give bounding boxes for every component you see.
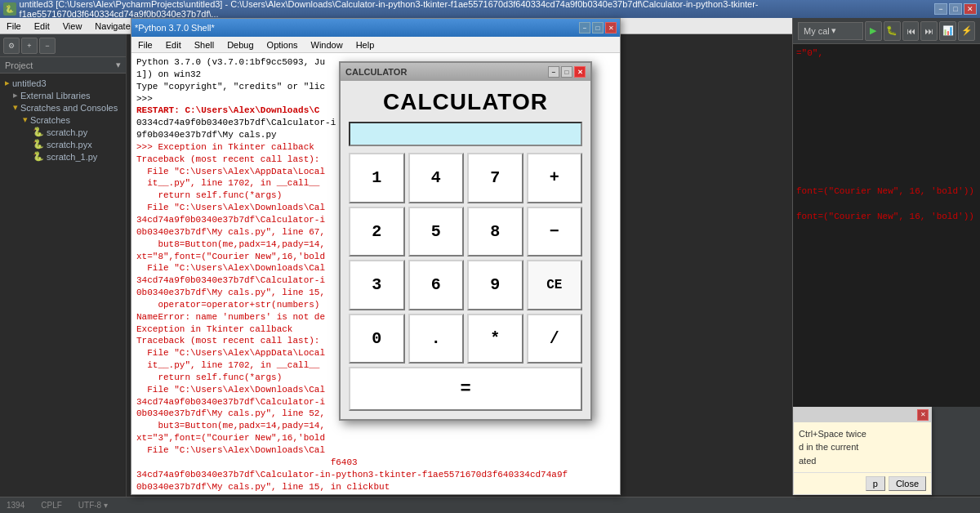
- help-close-icon[interactable]: ✕: [917, 409, 929, 421]
- right-line-2: [796, 60, 977, 72]
- help-close-btn[interactable]: Close: [889, 476, 926, 491]
- run-play-btn[interactable]: ▶: [865, 21, 882, 41]
- run-config-dropdown[interactable]: My cal ▾: [798, 22, 863, 40]
- run-debug-btn[interactable]: 🐛: [884, 21, 901, 41]
- tree-scratches[interactable]: ▾ Scratches and Consoles: [3, 101, 122, 114]
- calc-btn-equals[interactable]: =: [349, 367, 582, 411]
- calc-btn-3[interactable]: 3: [349, 260, 405, 310]
- expand-icon: ▾: [116, 60, 121, 70]
- shell-menu-help[interactable]: Help: [350, 38, 381, 51]
- tree-scratches-folder[interactable]: ▾ Scratches: [3, 114, 122, 126]
- shell-menu-window[interactable]: Window: [305, 38, 350, 51]
- shell-menu-file[interactable]: File: [131, 38, 159, 51]
- right-line-1: ="0",: [796, 47, 977, 60]
- help-tip-btn[interactable]: p: [866, 476, 885, 491]
- run-stop-btn[interactable]: ⏮: [902, 21, 920, 41]
- tree-scratches-label: Scratches and Consoles: [20, 103, 118, 113]
- shell-titlebar: *Python 3.7.0 Shell* − □ ✕: [131, 19, 620, 37]
- ide-tool-3[interactable]: −: [39, 38, 56, 54]
- titlebar-buttons: − □ ✕: [934, 3, 977, 15]
- calc-btn-plus[interactable]: +: [527, 153, 583, 203]
- calc-btn-4[interactable]: 4: [408, 153, 465, 203]
- calc-btn-9[interactable]: 9: [467, 260, 523, 310]
- tree-untitled3[interactable]: ▸ untitled3: [3, 77, 122, 89]
- calc-titlebar-buttons: − □ ✕: [548, 66, 586, 78]
- menu-navigate[interactable]: Navigate: [88, 18, 136, 33]
- shell-menu-debug[interactable]: Debug: [220, 38, 260, 51]
- calc-btn-2[interactable]: 2: [349, 207, 405, 257]
- tree-scratch-pyx-label: scratch.pyx: [47, 140, 92, 149]
- run-profile-btn[interactable]: 📊: [939, 21, 956, 41]
- shell-file-19: but3=Button(me,padx=14,pady=14,: [136, 420, 615, 432]
- shell-close-btn[interactable]: ✕: [605, 22, 617, 33]
- help-titlebar: ✕: [794, 408, 931, 422]
- right-line-8: [796, 136, 977, 148]
- ide-toolbar: ⚙ + −: [0, 34, 126, 57]
- right-line-5: [796, 98, 977, 110]
- calc-btn-5[interactable]: 5: [408, 207, 465, 257]
- menu-file[interactable]: File: [0, 18, 28, 33]
- tree-scratch-py[interactable]: 🐍 scratch.py: [3, 126, 122, 138]
- tree-scratch1-py-label: scratch_1.py: [47, 152, 97, 162]
- right-panel: My cal ▾ ▶ 🐛 ⏮ ⏭ 📊 ⚡ ="0", font=("Courie…: [792, 18, 980, 495]
- shell-menu-edit[interactable]: Edit: [159, 38, 188, 51]
- right-line-13: [796, 199, 977, 211]
- calc-display[interactable]: [349, 122, 582, 146]
- right-line-4: [796, 85, 977, 97]
- scratches-icon: ▾: [13, 102, 18, 113]
- calc-btn-6[interactable]: 6: [408, 260, 465, 310]
- calculator-window: CALCULATOR − □ ✕ CALCULATOR 1 4 7 + 2 5 …: [339, 61, 592, 421]
- maximize-button[interactable]: □: [949, 3, 962, 15]
- app-icon: 🐍: [3, 2, 16, 16]
- shell-file-22: f6403: [136, 457, 615, 469]
- shell-minimize-btn[interactable]: −: [579, 22, 590, 33]
- right-line-14: font=("Courier New", 16, 'bold')): [796, 211, 977, 223]
- calc-title: CALCULATOR: [345, 67, 407, 77]
- run-step-btn[interactable]: ⏭: [920, 21, 938, 41]
- menu-edit[interactable]: Edit: [28, 18, 56, 33]
- calc-btn-1[interactable]: 1: [349, 153, 405, 203]
- menu-view[interactable]: View: [56, 18, 89, 33]
- tree-scratch-pyx[interactable]: 🐍 scratch.pyx: [3, 138, 122, 150]
- tree-scratches-folder-label: Scratches: [30, 115, 70, 125]
- calc-btn-minus[interactable]: −: [527, 207, 583, 257]
- right-line-11: [796, 173, 977, 185]
- close-button[interactable]: ✕: [964, 3, 977, 15]
- status-cplf: CPLF: [41, 501, 62, 510]
- status-line-col: 1394: [7, 501, 24, 510]
- dropdown-icon: ▾: [831, 25, 836, 36]
- tree-scratch1-py[interactable]: 🐍 scratch_1.py: [3, 150, 122, 163]
- calc-btn-mul[interactable]: *: [467, 314, 523, 364]
- calc-btn-ce[interactable]: CE: [527, 260, 583, 310]
- shell-titlebar-buttons: − □ ✕: [579, 22, 617, 33]
- calc-btn-dot[interactable]: .: [408, 314, 465, 364]
- calc-btn-7[interactable]: 7: [467, 153, 523, 203]
- shell-file-23: 34cd74a9f0b0340e37b7df\Calculator-in-pyt…: [136, 469, 615, 481]
- right-line-7: [796, 123, 977, 135]
- ide-tool-1[interactable]: ⚙: [3, 38, 20, 54]
- calc-btn-0[interactable]: 0: [349, 314, 405, 364]
- calc-btn-8[interactable]: 8: [467, 207, 523, 257]
- calc-close-btn[interactable]: ✕: [574, 66, 586, 78]
- help-line-1: Ctrl+Space twice: [799, 427, 926, 441]
- tree-scratch-py-label: scratch.py: [47, 127, 87, 137]
- minimize-button[interactable]: −: [934, 3, 947, 15]
- ide-tool-2[interactable]: +: [21, 38, 38, 54]
- project-header: Project ▾: [0, 57, 126, 74]
- right-line-9: [796, 148, 977, 160]
- run-coverage-btn[interactable]: ⚡: [958, 21, 975, 41]
- calc-buttons: 1 4 7 + 2 5 8 − 3 6 9 CE 0 . * / =: [349, 153, 582, 411]
- shell-menu-shell[interactable]: Shell: [188, 38, 220, 51]
- right-line-3: [796, 73, 977, 85]
- shell-maximize-btn[interactable]: □: [592, 22, 604, 33]
- help-content: Ctrl+Space twice d in the current ated: [794, 422, 931, 473]
- tree-external-libs-label: External Libraries: [20, 91, 91, 100]
- calc-btn-div[interactable]: /: [527, 314, 583, 364]
- run-toolbar: My cal ▾ ▶ 🐛 ⏮ ⏭ 📊 ⚡: [793, 18, 980, 44]
- shell-menu-options[interactable]: Options: [261, 38, 305, 51]
- tree-external-libs[interactable]: ▸ External Libraries: [3, 89, 122, 101]
- calc-maximize-btn[interactable]: □: [561, 66, 572, 78]
- calc-minimize-btn[interactable]: −: [548, 66, 559, 78]
- calc-body: CALCULATOR 1 4 7 + 2 5 8 − 3 6 9 CE 0: [341, 81, 590, 419]
- shell-file-20: xt="3",font=("Courier New",16,'bold: [136, 432, 615, 444]
